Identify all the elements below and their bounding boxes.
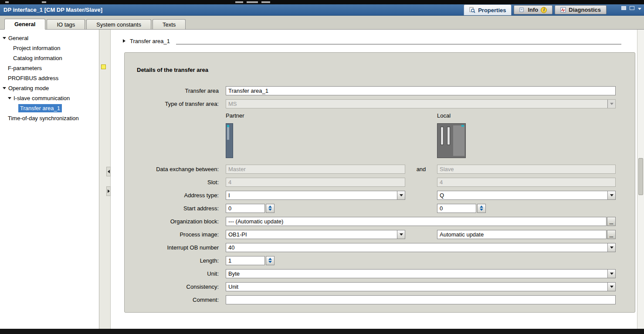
row-type-of-transfer-area: Type of transfer area: MS [125, 97, 635, 110]
transfer-area-input[interactable] [226, 86, 616, 95]
tree-item-project-information[interactable]: Project information [0, 43, 99, 53]
organization-block-browse-button[interactable]: ... [607, 217, 616, 226]
top-cropped-strip [0, 0, 644, 4]
comment-label: Comment: [125, 297, 222, 303]
address-type-partner-select[interactable]: I [226, 191, 405, 200]
and-label: and [405, 166, 437, 172]
header-rule [176, 44, 621, 44]
process-image-local-value: Automatic update [440, 231, 484, 238]
tab-system-constants[interactable]: System constants [86, 19, 151, 29]
spin-up-icon [480, 206, 483, 208]
row-slot: Slot: 4 4 [125, 175, 635, 189]
expander-down-icon[interactable] [8, 97, 11, 99]
dropdown-arrow-icon[interactable] [607, 191, 615, 199]
transfer-area-form: Transfer area Type of transfer area: MS [125, 84, 635, 306]
dropdown-arrow-icon[interactable] [607, 270, 615, 278]
tree-item-general[interactable]: General [0, 33, 99, 43]
process-image-partner-select[interactable]: OB1-PI [226, 230, 405, 239]
address-type-local-select[interactable]: Q [437, 191, 616, 200]
expander-down-icon[interactable] [3, 87, 6, 89]
tree-item-label: Catalog information [13, 55, 62, 61]
slot-partner-field: 4 [226, 178, 405, 187]
toolbar-fragment [42, 1, 46, 3]
properties-tab[interactable]: Properties [464, 4, 512, 15]
section-header[interactable]: Transfer area_1 [123, 37, 624, 45]
tree-item-f-parameters[interactable]: F-parameters [0, 63, 99, 73]
collapse-left-button[interactable] [106, 167, 111, 176]
tree-item-profibus-address[interactable]: PROFIBUS address [0, 73, 99, 83]
f-parameters-status-badge [101, 64, 106, 69]
expand-right-button[interactable] [106, 186, 111, 196]
row-start-address: Start address: [125, 202, 635, 215]
bottom-cropped-strip [0, 329, 644, 334]
local-device-image [437, 123, 466, 158]
tree-item-i-slave-communication[interactable]: I-slave communication [0, 93, 99, 103]
collapse-pane-icon[interactable] [630, 6, 634, 10]
start-address-partner-spinner[interactable] [266, 204, 275, 213]
properties-body: General Project information Catalog info… [0, 30, 644, 329]
triangle-left-icon [108, 170, 110, 173]
row-process-image: Process image: OB1-PI Automatic update [125, 228, 635, 241]
float-window-icon[interactable] [621, 6, 626, 10]
type-of-transfer-area-value: MS [228, 101, 237, 107]
diagnostics-icon [560, 7, 566, 13]
length-input[interactable] [226, 256, 265, 265]
organization-block-value: --- (Automatic update) [228, 218, 283, 225]
info-tab[interactable]: Info i [514, 5, 552, 14]
local-column-label: Local [437, 112, 616, 119]
partner-column-label: Partner [226, 112, 405, 119]
comment-input[interactable] [226, 295, 616, 304]
scrollbar-thumb[interactable] [638, 158, 643, 195]
length-label: Length: [125, 257, 222, 264]
dropdown-arrow-icon[interactable] [397, 191, 405, 199]
dropdown-arrow-icon[interactable] [607, 283, 615, 291]
process-image-browse-button[interactable]: ... [607, 230, 616, 239]
tree-item-transfer-area-1[interactable]: Transfer area_1 [0, 103, 99, 113]
consistency-label: Consistency: [125, 283, 222, 290]
vertical-scrollbar[interactable] [637, 30, 644, 329]
tree-item-catalog-information[interactable]: Catalog information [0, 53, 99, 63]
start-address-local-spinner[interactable] [477, 204, 486, 213]
address-type-label: Address type: [125, 192, 222, 199]
expander-down-icon[interactable] [3, 37, 6, 39]
data-exchange-local-field: Slave [437, 165, 616, 174]
tab-texts-label: Texts [163, 21, 176, 28]
organization-block-field[interactable]: --- (Automatic update) [226, 217, 607, 226]
type-of-transfer-area-select: MS [226, 99, 616, 108]
panel-title: Details of the transfer area [137, 67, 635, 74]
row-address-type: Address type: I Q [125, 189, 635, 202]
info-tab-label: Info [528, 7, 538, 13]
type-of-transfer-area-label: Type of transfer area: [125, 101, 222, 107]
tree-item-operating-mode[interactable]: Operating mode [0, 83, 99, 93]
diagnostics-tab[interactable]: Diagnostics [555, 5, 607, 14]
spin-up-icon [268, 258, 272, 260]
interrupt-ob-number-select[interactable]: 40 [226, 243, 616, 252]
tab-io-tags[interactable]: IO tags [47, 19, 85, 29]
dropdown-arrow-icon[interactable] [397, 230, 405, 239]
dropdown-arrow-icon[interactable] [607, 243, 615, 252]
tab-io-tags-label: IO tags [57, 21, 75, 28]
splitter-column [99, 30, 111, 329]
row-length: Length: [125, 254, 635, 267]
length-spinner[interactable] [266, 256, 275, 265]
spin-down-icon [480, 209, 483, 211]
tab-texts[interactable]: Texts [153, 19, 186, 29]
slot-partner-value: 4 [228, 179, 231, 186]
tab-general[interactable]: General [4, 19, 45, 30]
tree-item-label: F-parameters [8, 65, 42, 71]
start-address-partner-input[interactable] [226, 204, 265, 213]
row-unit: Unit: Byte [125, 267, 635, 280]
row-comment: Comment: [125, 293, 635, 306]
spin-down-icon [268, 261, 272, 263]
transfer-area-panel: Details of the transfer area Transfer ar… [124, 52, 635, 313]
chevron-down-icon[interactable] [638, 8, 641, 10]
tree-item-label: PROFIBUS address [8, 75, 58, 81]
section-collapse-icon[interactable] [123, 39, 125, 43]
tree-item-time-of-day-synchronization[interactable]: Time-of-day synchronization [0, 113, 99, 123]
start-address-local-input[interactable] [437, 204, 476, 213]
consistency-select[interactable]: Unit [226, 282, 616, 291]
tab-system-constants-label: System constants [96, 21, 141, 28]
process-image-local-field[interactable]: Automatic update [437, 230, 607, 239]
transfer-area-label: Transfer area [125, 88, 222, 94]
unit-select[interactable]: Byte [226, 269, 616, 278]
